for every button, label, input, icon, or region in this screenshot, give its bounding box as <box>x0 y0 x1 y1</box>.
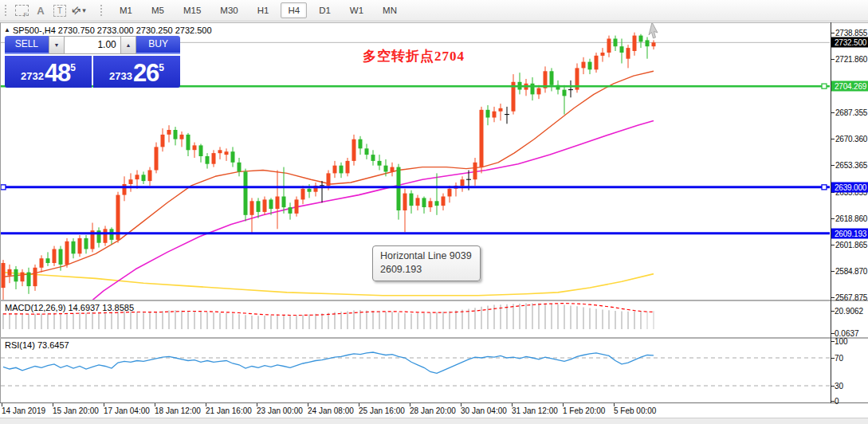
price-axis-tick <box>831 218 835 219</box>
time-axis-tick <box>53 403 53 406</box>
buy-price-display[interactable]: 2733 26 5 <box>93 56 180 88</box>
time-axis-tick <box>512 403 513 406</box>
price-axis-label: 2618.860 <box>835 214 867 222</box>
macd-axis-tick <box>831 311 835 312</box>
price-axis-label: 2567.875 <box>835 292 867 301</box>
macd-axis-tick <box>831 333 835 334</box>
candle <box>391 167 395 172</box>
buy-price-big: 26 <box>133 62 159 84</box>
macd-splitter[interactable] <box>0 300 868 301</box>
candle <box>435 201 439 206</box>
chart-left-border <box>0 22 1 403</box>
time-axis-label: 5 Feb 00:00 <box>614 406 656 415</box>
macd-label: MACD(12,26,9) 14.6937 13.8585 <box>5 303 134 312</box>
candle <box>161 135 165 147</box>
rsi-line <box>3 352 654 373</box>
sell-price-display[interactable]: 2732 48 5 <box>5 56 92 88</box>
price-axis-tick <box>831 165 835 166</box>
buy-button[interactable]: BUY <box>136 36 180 54</box>
volume-step-up-button[interactable]: ▲ <box>120 36 137 54</box>
time-axis-label: 18 Jan 12:00 <box>155 406 201 415</box>
candle <box>123 184 127 195</box>
time-axis-label: 24 Jan 08:00 <box>308 406 354 415</box>
price-axis-label: 2670.360 <box>835 134 867 143</box>
time-axis-tick <box>563 403 564 406</box>
rsi-axis-tick <box>831 386 835 387</box>
candle <box>563 90 567 96</box>
candle <box>14 269 18 282</box>
rsi-scale-label: 30 <box>835 382 843 391</box>
time-axis-label: 25 Jan 16:00 <box>359 406 405 415</box>
candle <box>104 229 108 243</box>
candle <box>633 36 637 51</box>
time-axis-tick <box>257 403 257 406</box>
time-axis-label: 31 Jan 12:00 <box>512 406 558 415</box>
hline-tooltip: Horizontal Line 9039 2609.193 <box>372 245 481 281</box>
candle <box>461 179 465 186</box>
candle <box>142 175 146 181</box>
candle <box>448 189 452 197</box>
buy-price-prefix: 2733 <box>109 69 132 84</box>
price-axis-tick <box>831 271 835 272</box>
volume-input[interactable]: 1.00 <box>65 36 120 54</box>
candle <box>187 135 190 150</box>
mouse-cursor <box>649 22 658 38</box>
time-axis-tick <box>206 403 206 406</box>
candle <box>410 194 414 206</box>
candle <box>480 110 484 167</box>
rsi-scale-label: 70 <box>835 354 843 363</box>
candle <box>378 161 382 166</box>
rsi-scale-label: 100 <box>835 337 848 346</box>
time-axis-tick <box>2 403 2 406</box>
candle <box>429 201 433 207</box>
candle <box>2 263 6 288</box>
candle <box>626 48 630 59</box>
candle <box>295 199 299 214</box>
price-axis-label: 2687.355 <box>835 108 867 116</box>
candle <box>84 238 88 249</box>
candle <box>136 175 139 179</box>
candle <box>21 273 25 282</box>
candle <box>244 171 248 214</box>
price-badge-2639.000: 2639.000 <box>831 182 868 192</box>
candle <box>614 39 618 47</box>
rsi-scale-label: 0 <box>835 397 839 406</box>
time-axis-label: 15 Jan 20:00 <box>53 406 99 415</box>
volume-step-down-button[interactable]: ▼ <box>49 36 65 54</box>
time-axis-label: 17 Jan 04:00 <box>104 406 150 415</box>
candle <box>601 53 605 56</box>
time-axis-label: 1 Feb 20:00 <box>563 406 605 415</box>
candle <box>59 249 63 265</box>
symbol-marker-icon: ▲ <box>4 26 10 33</box>
candle <box>238 163 242 172</box>
buy-price-sup: 5 <box>159 62 164 73</box>
candle <box>167 130 171 135</box>
sell-button[interactable]: SELL <box>5 36 49 54</box>
rsi-axis-tick <box>831 341 835 342</box>
candle <box>193 145 197 150</box>
candle <box>53 249 57 264</box>
candle <box>301 189 305 200</box>
rsi-splitter[interactable] <box>0 337 868 339</box>
candle <box>595 56 599 70</box>
candle <box>384 166 388 172</box>
chart-title: SP500-,H4 2730.750 2733.000 2730.250 273… <box>13 26 212 35</box>
candle <box>550 71 554 85</box>
sell-price-sup: 5 <box>70 62 76 73</box>
price-axis-label: 2584.870 <box>835 266 867 275</box>
candle <box>397 167 401 210</box>
trade-controls-row: SELL ▼ 1.00 ▲ BUY <box>5 36 180 54</box>
chart-annotation-text[interactable]: 多空转折点2704 <box>363 47 465 65</box>
price-axis-border <box>831 22 831 403</box>
candle <box>225 151 229 155</box>
candle <box>206 156 210 164</box>
rsi-axis-tick <box>831 358 835 359</box>
candle <box>620 46 624 53</box>
price-axis-tick <box>831 112 835 113</box>
price-axis-tick <box>831 59 835 60</box>
time-axis-label: 30 Jan 04:00 <box>461 406 507 415</box>
sell-price-big: 48 <box>45 62 70 84</box>
price-axis-tick <box>831 297 835 298</box>
candle <box>340 166 344 174</box>
candle <box>180 135 184 139</box>
